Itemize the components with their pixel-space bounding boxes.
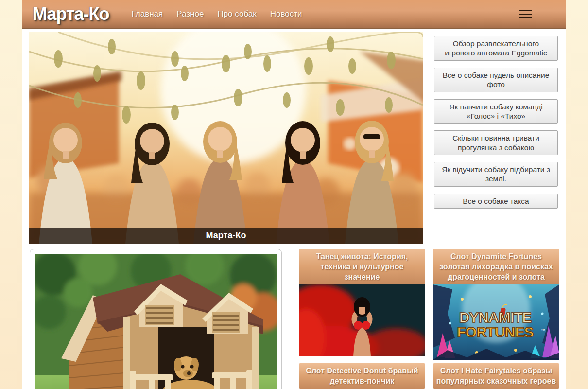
hero-caption: Марта-Ко xyxy=(29,228,423,244)
nav-home[interactable]: Главная xyxy=(132,9,163,19)
svg-text:DYNAMITE: DYNAMITE xyxy=(459,309,532,325)
sidebar-item-walk-duration[interactable]: Скільки повинна тривати прогулянка з соб… xyxy=(434,130,558,155)
sidebar-item-dachshund[interactable]: Все о собаке такса xyxy=(434,194,558,209)
fairytales-title[interactable]: Слот I Hate Fairytales образы популярных… xyxy=(433,363,559,389)
dog-house-card[interactable] xyxy=(30,249,282,389)
dynamite-title[interactable]: Слот Dynamite Fortunes золотая лихорадка… xyxy=(433,249,559,284)
main-content: Марта-Ко Обзор развлекательного игрового… xyxy=(22,29,566,389)
hamburger-menu-icon[interactable] xyxy=(519,10,532,18)
detective-donut-title[interactable]: Слот Detective Donut бравый детектив-пон… xyxy=(299,363,425,389)
svg-text:FORTUNES: FORTUNES xyxy=(457,324,534,340)
nav-news[interactable]: Новости xyxy=(270,9,302,19)
sidebar-item-voice-command[interactable]: Як навчити собаку команді «Голос» і «Тих… xyxy=(434,99,558,124)
site-logo[interactable]: Марта-Ко xyxy=(33,4,109,24)
belly-dance-column: Танец живота: История, техника и культур… xyxy=(299,249,425,389)
page-container: Марта-Ко Главная Разное Про собак Новост… xyxy=(22,0,566,389)
main-nav: Главная Разное Про собак Новости xyxy=(132,9,302,19)
belly-dance-image[interactable] xyxy=(299,284,425,356)
dynamite-image[interactable]: DYNAMITE FORTUNES ™ xyxy=(433,284,559,360)
site-header: Марта-Ко Главная Разное Про собак Новост… xyxy=(22,0,566,29)
sidebar-item-poodle[interactable]: Все о собаке пудель описание фото xyxy=(434,68,558,92)
sidebar: Обзор развлекательного игрового автомата… xyxy=(434,36,558,244)
hero-image: Марта-Ко xyxy=(29,32,423,244)
svg-text:™: ™ xyxy=(541,328,545,333)
belly-dance-title[interactable]: Танец живота: История, техника и культур… xyxy=(299,249,425,284)
sidebar-item-pickup-ground[interactable]: Як відучити собаку підбирати з землі. xyxy=(434,162,558,187)
sidebar-item-eggomatic[interactable]: Обзор развлекательного игрового автомата… xyxy=(434,36,558,61)
dog-house-photo xyxy=(35,254,277,389)
nav-misc[interactable]: Разное xyxy=(176,9,204,19)
articles-row: Танец живота: История, техника и культур… xyxy=(22,249,566,389)
nav-dogs[interactable]: Про собак xyxy=(217,9,256,19)
dynamite-column: Слот Dynamite Fortunes золотая лихорадка… xyxy=(433,249,559,389)
hero-party-photo xyxy=(29,32,423,244)
